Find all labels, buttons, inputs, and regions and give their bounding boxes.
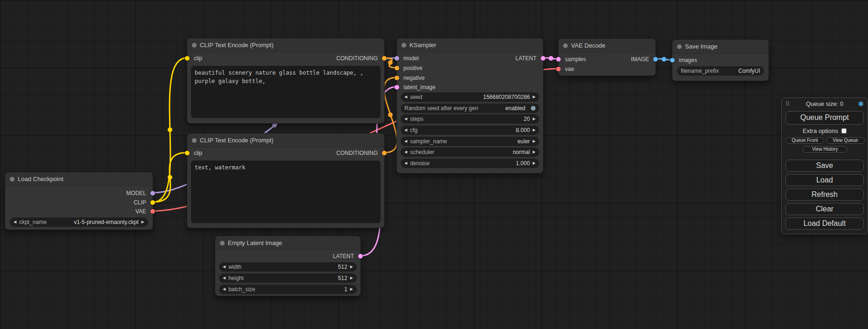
- queue-front-button[interactable]: Queue Front: [785, 137, 824, 144]
- widget-filename-prefix[interactable]: filename_prefix ComfyUI: [677, 66, 764, 76]
- refresh-button[interactable]: Refresh: [785, 189, 864, 201]
- node-title-bar[interactable]: VAE Decode: [558, 39, 656, 53]
- output-port-latent[interactable]: LATENT: [397, 54, 543, 63]
- collapse-dot-icon[interactable]: [220, 241, 225, 245]
- view-history-button[interactable]: View History: [803, 146, 847, 153]
- drag-handle-icon[interactable]: ⠿: [785, 98, 790, 110]
- port-dot-model[interactable]: [150, 191, 155, 196]
- widget-width[interactable]: ◀ width 512 ▶: [219, 262, 357, 272]
- input-port-positive[interactable]: positive: [397, 64, 543, 72]
- collapse-dot-icon[interactable]: [402, 43, 406, 48]
- output-port-clip[interactable]: CLIP: [5, 198, 153, 207]
- load-button[interactable]: Load: [785, 174, 864, 186]
- port-dot-conditioning[interactable]: [395, 76, 399, 80]
- node-vae-decode[interactable]: VAE Decode samples IMAGE vae: [558, 38, 656, 76]
- input-port-negative[interactable]: negative: [397, 74, 543, 82]
- output-port-image[interactable]: IMAGE: [558, 55, 656, 63]
- output-port-conditioning[interactable]: CONDITIONING: [187, 54, 384, 63]
- port-dot-latent[interactable]: [541, 56, 545, 61]
- increment-arrow-icon[interactable]: ▶: [533, 137, 536, 146]
- increment-arrow-icon[interactable]: ▶: [350, 262, 353, 272]
- output-port-latent[interactable]: LATENT: [215, 252, 360, 260]
- decrement-arrow-icon[interactable]: ◀: [14, 217, 16, 227]
- node-ksampler[interactable]: KSampler model positive negative latent_…: [396, 38, 543, 174]
- node-empty-latent-image[interactable]: Empty Latent Image LATENT ◀ width 512 ▶ …: [215, 236, 361, 296]
- decrement-arrow-icon[interactable]: ◀: [223, 285, 226, 294]
- node-title-bar[interactable]: CLIP Text Encode (Prompt): [187, 38, 384, 52]
- port-dot-latent[interactable]: [395, 85, 399, 90]
- port-dot-image[interactable]: [653, 57, 658, 62]
- port-dot-conditioning[interactable]: [382, 56, 387, 61]
- collapse-dot-icon[interactable]: [192, 43, 197, 48]
- toggle-dot-icon[interactable]: [531, 106, 536, 111]
- node-clip-text-encode-negative[interactable]: CLIP Text Encode (Prompt) clip CONDITION…: [187, 133, 385, 228]
- decrement-arrow-icon[interactable]: ◀: [404, 159, 407, 168]
- view-queue-button[interactable]: View Queue: [826, 137, 865, 144]
- queue-size-label: Queue size: 0: [806, 100, 843, 107]
- widget-label: cfg: [410, 127, 417, 133]
- port-label: IMAGE: [631, 56, 649, 63]
- menu-header: ⠿ Queue size: 0 ✱: [782, 98, 868, 110]
- prompt-text-input[interactable]: beautiful scenery nature glass bottle la…: [191, 66, 381, 118]
- port-dot-latent[interactable]: [358, 254, 363, 259]
- increment-arrow-icon[interactable]: ▶: [350, 285, 353, 294]
- input-port-vae[interactable]: vae: [558, 65, 656, 73]
- settings-gear-icon[interactable]: ✱: [858, 98, 864, 110]
- widget-denoise[interactable]: ◀ denoise 1.000 ▶: [401, 159, 539, 168]
- extra-options-checkbox[interactable]: [841, 128, 847, 133]
- decrement-arrow-icon[interactable]: ◀: [223, 262, 226, 272]
- increment-arrow-icon[interactable]: ▶: [533, 114, 536, 124]
- collapse-dot-icon[interactable]: [563, 43, 568, 48]
- widget-sampler-name[interactable]: ◀ sampler_name euler ▶: [401, 137, 539, 146]
- decrement-arrow-icon[interactable]: ◀: [404, 137, 407, 146]
- collapse-dot-icon[interactable]: [192, 138, 197, 143]
- node-load-checkpoint[interactable]: Load Checkpoint MODEL CLIP VAE ◀ ckpt_na…: [5, 172, 153, 230]
- widget-value: normal: [513, 149, 530, 155]
- widget-steps[interactable]: ◀ steps 20 ▶: [401, 114, 539, 124]
- increment-arrow-icon[interactable]: ▶: [533, 159, 536, 168]
- widget-cfg[interactable]: ◀ cfg 8.000 ▶: [401, 126, 539, 135]
- port-dot-conditioning[interactable]: [395, 66, 399, 70]
- decrement-arrow-icon[interactable]: ◀: [404, 92, 407, 102]
- increment-arrow-icon[interactable]: ▶: [533, 147, 536, 157]
- port-dot-conditioning[interactable]: [382, 151, 387, 155]
- node-title-bar[interactable]: Save Image: [672, 40, 769, 54]
- widget-scheduler[interactable]: ◀ scheduler normal ▶: [401, 147, 539, 157]
- collapse-dot-icon[interactable]: [677, 44, 682, 49]
- decrement-arrow-icon[interactable]: ◀: [223, 273, 226, 283]
- output-port-model[interactable]: MODEL: [5, 189, 153, 197]
- node-clip-text-encode-positive[interactable]: CLIP Text Encode (Prompt) clip CONDITION…: [187, 38, 385, 124]
- widget-random-seed-toggle[interactable]: Random seed after every gen enabled: [401, 104, 539, 113]
- port-dot-vae[interactable]: [150, 209, 155, 214]
- widget-seed[interactable]: ◀ seed 156680208700286 ▶: [401, 92, 539, 102]
- increment-arrow-icon[interactable]: ▶: [533, 92, 536, 102]
- decrement-arrow-icon[interactable]: ◀: [404, 114, 407, 124]
- input-port-latent-image[interactable]: latent_image: [397, 83, 543, 91]
- port-dot-vae[interactable]: [556, 67, 561, 71]
- node-title-bar[interactable]: Empty Latent Image: [215, 236, 360, 250]
- node-save-image[interactable]: Save Image images filename_prefix ComfyU…: [672, 39, 769, 81]
- widget-height[interactable]: ◀ height 512 ▶: [219, 273, 357, 283]
- input-port-images[interactable]: images: [672, 56, 769, 64]
- save-button[interactable]: Save: [785, 160, 864, 172]
- widget-batch-size[interactable]: ◀ batch_size 1 ▶: [219, 285, 357, 294]
- widget-ckpt-name[interactable]: ◀ ckpt_name v1-5-pruned-emaonly.ckpt ▶: [10, 217, 148, 227]
- collapse-dot-icon[interactable]: [10, 177, 14, 182]
- widget-label: width: [228, 264, 241, 270]
- output-port-vae[interactable]: VAE: [5, 207, 153, 216]
- increment-arrow-icon[interactable]: ▶: [350, 273, 353, 283]
- node-title-bar[interactable]: Load Checkpoint: [5, 172, 153, 186]
- load-default-button[interactable]: Load Default: [785, 217, 864, 230]
- node-title-bar[interactable]: KSampler: [397, 38, 543, 52]
- port-dot-clip[interactable]: [150, 200, 155, 205]
- clear-button[interactable]: Clear: [785, 203, 864, 215]
- port-dot-image[interactable]: [670, 58, 675, 63]
- node-title-bar[interactable]: CLIP Text Encode (Prompt): [187, 133, 384, 147]
- decrement-arrow-icon[interactable]: ◀: [404, 126, 407, 135]
- decrement-arrow-icon[interactable]: ◀: [404, 147, 407, 157]
- increment-arrow-icon[interactable]: ▶: [533, 126, 536, 135]
- queue-prompt-button[interactable]: Queue Prompt: [785, 111, 864, 125]
- output-port-conditioning[interactable]: CONDITIONING: [187, 149, 384, 157]
- increment-arrow-icon[interactable]: ▶: [141, 217, 144, 227]
- prompt-text-input[interactable]: text, watermark: [191, 161, 381, 223]
